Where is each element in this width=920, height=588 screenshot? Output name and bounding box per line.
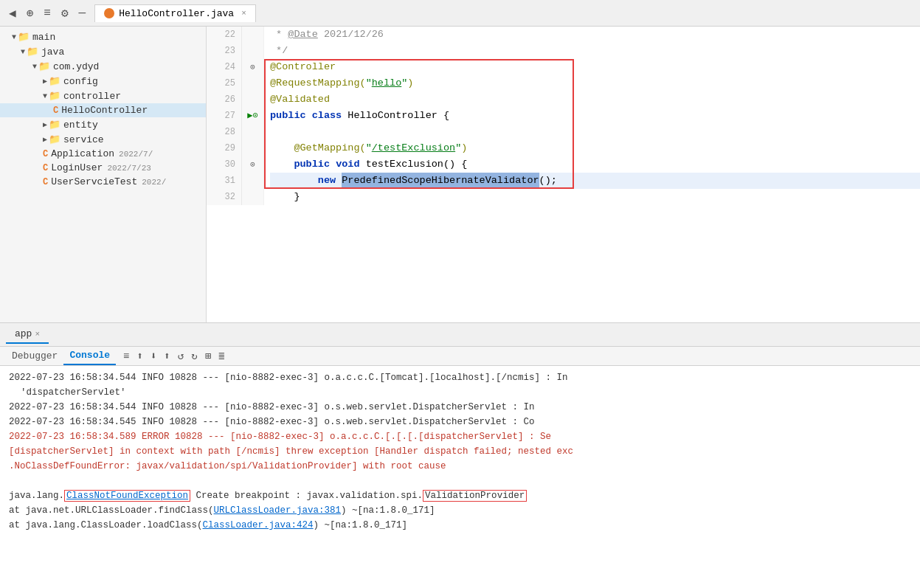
console-text-1: 2022-07-23 16:58:34.544 INFO 10828 --- […: [9, 373, 568, 383]
gutter-30: ⊙: [242, 156, 263, 173]
sidebar-item-service[interactable]: ▶ 📁 service: [0, 132, 206, 147]
code-indent-29: [270, 140, 294, 156]
code-line-32: }: [270, 189, 920, 205]
code-normal-30a: [330, 156, 336, 173]
code-annotation-26: @Validated: [270, 91, 330, 108]
line-num-25: 25: [212, 75, 235, 91]
console-toolbar-list-icon[interactable]: ≣: [217, 348, 226, 364]
code-editor: 22 23 24 25 26 27 28 29 30 31 32 ⊙ ▶⊙: [207, 27, 920, 322]
console-toolbar: ≡ ⬆ ⬇ ⬆ ↺ ↻ ⊞ ≣: [122, 348, 226, 364]
arrow-right-icon-service: ▶: [43, 135, 47, 144]
file-c-icon-loginuser: C: [43, 163, 48, 173]
code-line-31: new PredefinedScopeHibernateValidator ()…: [270, 173, 920, 189]
file-tab[interactable]: HelloController.java ×: [94, 4, 256, 22]
code-area: 22 23 24 25 26 27 28 29 30 31 32 ⊙ ▶⊙: [207, 27, 920, 205]
gutter-26: [242, 91, 263, 108]
sidebar-item-main[interactable]: ▼ 📁 main: [0, 30, 206, 44]
console-line-7: .NoClassDefFoundError: javax/validation/…: [9, 459, 911, 474]
bottom-app-tabs: app ×: [0, 323, 920, 347]
tab-console[interactable]: Console: [63, 347, 116, 365]
app-tab-label: app: [15, 328, 32, 339]
console-toolbar-menu-icon[interactable]: ≡: [122, 349, 131, 364]
sidebar-item-entity[interactable]: ▶ 📁 entity: [0, 117, 206, 132]
line-num-26: 26: [212, 91, 235, 108]
file-c-icon-application: C: [43, 149, 48, 159]
tab-close-button[interactable]: ×: [241, 9, 246, 18]
globe-icon[interactable]: ⊕: [24, 4, 37, 22]
code-kw-public-27: public: [270, 108, 306, 124]
sidebar-label-controller: controller: [63, 91, 121, 102]
code-line-27: public class HelloController {: [270, 108, 920, 124]
code-line-28: [270, 124, 920, 140]
tab-bar: HelloController.java ×: [94, 4, 914, 22]
sidebar-label-userservcietest: UserServcieTest: [51, 176, 137, 187]
console-text-6: [dispatcherServlet] in context with path…: [9, 446, 573, 457]
gutter-27: ▶⊙: [242, 108, 263, 124]
sidebar-item-userservcietest[interactable]: C UserServcieTest 2022/: [0, 175, 206, 189]
gutter-29: [242, 140, 263, 156]
folder-icon-config: 📁: [49, 75, 60, 87]
console-toolbar-grid-icon[interactable]: ⊞: [204, 348, 212, 364]
sidebar: ▼ 📁 main ▼ 📁 java ▼ 📁 com.ydyd ▶ 📁 confi…: [0, 27, 207, 322]
sidebar-item-comydyd[interactable]: ▼ 📁 com.ydyd: [0, 59, 206, 74]
console-toolbar-up2-icon[interactable]: ⬆: [162, 348, 171, 364]
line-num-27: 27: [212, 108, 235, 124]
validation-provider-box: ValidationProvider: [423, 490, 527, 502]
menu-icon[interactable]: ≡: [41, 5, 54, 21]
code-line-24: @Controller: [270, 59, 920, 75]
code-normal-27b: HelloController {: [342, 108, 449, 124]
code-line-23: */: [270, 43, 920, 59]
line-numbers: 22 23 24 25 26 27 28 29 30 31 32: [207, 27, 242, 205]
arrow-right-icon-config: ▶: [43, 77, 47, 86]
gutter-31: [242, 173, 263, 189]
console-toolbar-reload-icon[interactable]: ↺: [176, 348, 185, 364]
app-tab-close[interactable]: ×: [35, 330, 40, 339]
console-line-11: at java.lang.ClassLoader.loadClass(Class…: [9, 518, 911, 533]
sidebar-label-java: java: [41, 46, 64, 58]
sidebar-item-java[interactable]: ▼ 📁 java: [0, 44, 206, 59]
editor-gutter: ⊙ ▶⊙ ⊙: [242, 27, 264, 205]
code-normal-32: }: [270, 189, 300, 205]
sidebar-item-controller[interactable]: ▼ 📁 controller: [0, 89, 206, 103]
console-text-11a: at java.lang.ClassLoader.loadClass(: [9, 520, 203, 530]
line-num-28: 28: [212, 124, 235, 140]
sidebar-label-config: config: [63, 76, 98, 87]
sidebar-label-service: service: [63, 134, 104, 145]
sidebar-date-loginuser: 2022/7/23: [107, 164, 151, 173]
code-comment-22: * @Date 2021/12/26: [270, 27, 384, 43]
sidebar-item-application[interactable]: C Application 2022/7/: [0, 147, 206, 161]
urlclassloader-link[interactable]: URLClassLoader.java:381: [214, 505, 342, 516]
folder-icon-service: 📁: [49, 134, 60, 145]
console-line-4: 2022-07-23 16:58:34.545 INFO 10828 --- […: [9, 415, 911, 429]
gutter-25: [242, 75, 263, 91]
console-text-3: 2022-07-23 16:58:34.544 INFO 10828 --- […: [9, 402, 535, 412]
console-toolbar-reload2-icon[interactable]: ↻: [190, 348, 198, 364]
console-toolbar-down-icon[interactable]: ⬇: [149, 348, 158, 364]
classloader-link[interactable]: ClassLoader.java:424: [203, 520, 314, 530]
arrow-right-icon-entity: ▶: [43, 120, 47, 129]
sidebar-item-hellocontroller[interactable]: C HelloController: [0, 103, 206, 117]
console-toolbar-up-icon[interactable]: ⬆: [135, 348, 144, 364]
line-num-31: 31: [212, 173, 235, 189]
sidebar-label-comydyd: com.ydyd: [53, 61, 99, 72]
gutter-28: [242, 124, 263, 140]
sidebar-label-main: main: [32, 32, 55, 43]
sidebar-item-config[interactable]: ▶ 📁 config: [0, 74, 206, 89]
tab-debugger[interactable]: Debugger: [6, 347, 63, 364]
settings-icon[interactable]: ⚙: [58, 4, 72, 22]
console-line-1: 2022-07-23 16:58:34.544 INFO 10828 --- […: [9, 370, 911, 385]
code-kw-class-27: class: [312, 108, 342, 124]
code-line-26: @Validated: [270, 91, 920, 108]
sidebar-item-loginuser[interactable]: C LoginUser 2022/7/23: [0, 161, 206, 175]
sidebar-date-application: 2022/7/: [119, 150, 153, 159]
code-lines[interactable]: * @Date 2021/12/26 */ @Controller @Reque…: [264, 27, 920, 205]
class-not-found-link[interactable]: ClassNotFoundException: [64, 490, 190, 502]
sidebar-label-entity: entity: [63, 120, 98, 131]
code-line-22: * @Date 2021/12/26: [270, 27, 920, 43]
bottom-panel: app × Debugger Console ≡ ⬆ ⬇ ⬆ ↺ ↻ ⊞ ≣ 2…: [0, 322, 920, 588]
code-annotation-25b: ): [407, 75, 413, 91]
toolbar-left: ◀ ⊕ ≡ ⚙ —: [6, 4, 89, 22]
minimize-icon[interactable]: —: [76, 5, 89, 21]
app-tab[interactable]: app ×: [6, 325, 49, 344]
back-icon[interactable]: ◀: [6, 4, 19, 22]
